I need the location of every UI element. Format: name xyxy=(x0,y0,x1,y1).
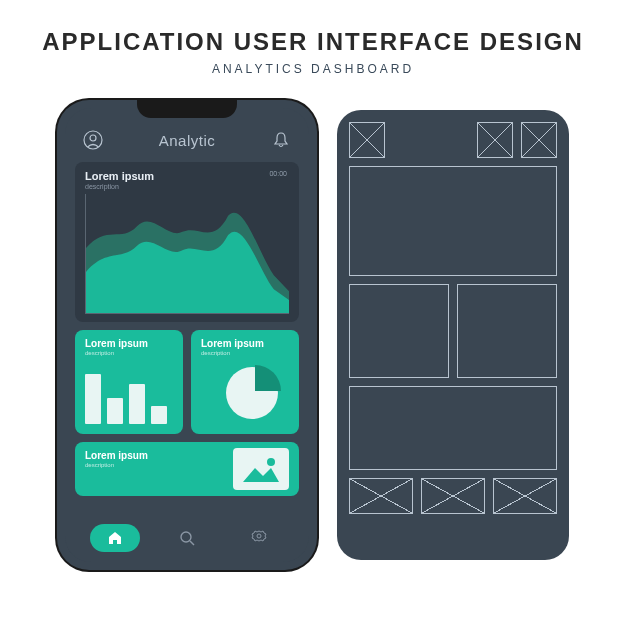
svg-line-5 xyxy=(190,541,194,545)
wf-nav-1 xyxy=(349,478,413,514)
main-area-chart[interactable]: Lorem ipsum description 00:00 xyxy=(75,162,299,322)
card-title: Lorem ipsum xyxy=(201,338,289,349)
card-title: Lorem ipsum xyxy=(85,338,173,349)
svg-point-6 xyxy=(257,534,261,538)
wf-card-right xyxy=(457,284,557,378)
chart-time: 00:00 xyxy=(269,170,287,177)
wf-header-right-1 xyxy=(477,122,513,158)
page-title: APPLICATION USER INTERFACE DESIGN xyxy=(0,28,626,56)
chart-description: description xyxy=(85,183,289,190)
wf-bottom-card xyxy=(349,386,557,470)
wf-header-left xyxy=(349,122,385,158)
wf-header-right-2 xyxy=(521,122,557,158)
image-placeholder-icon xyxy=(233,448,289,490)
nav-settings[interactable] xyxy=(234,524,284,552)
card-description: description xyxy=(85,350,173,356)
bottom-nav xyxy=(65,516,309,562)
app-title: Analytic xyxy=(159,132,216,149)
svg-point-1 xyxy=(90,135,96,141)
chart-title: Lorem ipsum xyxy=(85,170,289,182)
card-description: description xyxy=(201,350,289,356)
pie-chart-card[interactable]: Lorem ipsum description xyxy=(191,330,299,434)
svg-point-4 xyxy=(181,532,191,542)
bell-icon[interactable] xyxy=(271,130,291,150)
wf-card-left xyxy=(349,284,449,378)
wf-nav-2 xyxy=(421,478,485,514)
wf-main-chart xyxy=(349,166,557,276)
bar-chart xyxy=(85,374,167,424)
profile-icon[interactable] xyxy=(83,130,103,150)
pie-chart xyxy=(223,364,281,422)
top-bar: Analytic xyxy=(65,108,309,158)
page-subtitle: ANALYTICS DASHBOARD xyxy=(0,62,626,76)
image-card[interactable]: Lorem ipsum description xyxy=(75,442,299,496)
svg-point-3 xyxy=(267,458,275,466)
wireframe-mockup xyxy=(337,110,569,560)
svg-point-0 xyxy=(84,131,102,149)
bar-chart-card[interactable]: Lorem ipsum description xyxy=(75,330,183,434)
nav-search[interactable] xyxy=(162,524,212,552)
wf-nav-3 xyxy=(493,478,557,514)
phone-mockup: Analytic Lorem ipsum description 00:00 xyxy=(57,100,317,570)
nav-home[interactable] xyxy=(90,524,140,552)
